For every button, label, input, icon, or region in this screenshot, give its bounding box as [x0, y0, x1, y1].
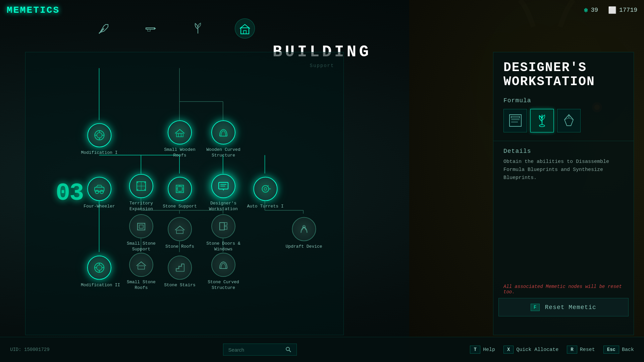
node-label: Stone Stairs — [164, 283, 196, 288]
svg-rect-52 — [177, 187, 182, 191]
svg-point-74 — [97, 265, 102, 270]
resource-value: 17719 — [619, 7, 637, 13]
svg-rect-7 — [148, 29, 150, 31]
svg-point-43 — [100, 190, 103, 194]
formula-icon-2[interactable] — [530, 109, 554, 132]
svg-point-86 — [286, 347, 289, 351]
node-circle — [87, 256, 111, 280]
node-circle — [211, 174, 235, 198]
node-circle — [129, 214, 153, 238]
hotkeys: T Help X Quick Allocate R Reset Esc Back — [470, 346, 634, 354]
node-label: Modification II — [81, 283, 118, 288]
node-stone-curved-structure[interactable]: Stone Curved Structure — [205, 253, 242, 291]
main-content: MEMETICS ❄ 39 ⬜ 17719 BUILDING Support — [0, 0, 644, 362]
category-tools[interactable] — [94, 18, 114, 39]
hotkey-back[interactable]: Esc Back — [603, 346, 634, 354]
resource-stat: ⬜ 17719 — [608, 6, 637, 14]
resource-icon: ⬜ — [608, 6, 616, 14]
panel-title: DESIGNER'SWORKSTATION — [493, 52, 634, 94]
svg-line-5 — [99, 28, 104, 34]
svg-rect-79 — [138, 266, 145, 269]
top-bar: MEMETICS ❄ 39 ⬜ 17719 — [0, 0, 644, 20]
hotkey-r: R — [567, 346, 577, 354]
node-small-stone-support[interactable]: Small Stone Support — [123, 214, 160, 252]
node-label: Stone Doors & Windows — [205, 241, 242, 252]
node-modification-ii[interactable]: Modification II — [81, 256, 118, 288]
top-stats: ❄ 39 ⬜ 17719 — [584, 6, 637, 14]
svg-point-63 — [264, 188, 267, 190]
svg-rect-68 — [176, 230, 183, 234]
node-label: Territory Expansion — [123, 201, 160, 212]
node-circle — [211, 214, 235, 238]
svg-rect-66 — [138, 223, 145, 230]
node-circle — [211, 120, 235, 144]
node-label: Stone Support — [163, 204, 197, 209]
game-logo: MEMETICS — [7, 5, 60, 15]
reset-memetic-button[interactable]: F Reset Memetic — [498, 298, 629, 316]
search-box[interactable] — [223, 344, 297, 356]
node-updraft-device[interactable]: Updraft Device — [285, 217, 322, 250]
reset-key: F — [531, 304, 540, 311]
node-wooden-curved-structure[interactable]: Wooden Curved Structure — [205, 120, 242, 159]
node-four-wheeler[interactable]: Four-Wheeler — [84, 177, 115, 209]
formula-icon-1[interactable] — [503, 109, 527, 132]
node-stone-doors-windows[interactable]: Stone Doors & Windows — [205, 214, 242, 252]
node-label: Stone Curved Structure — [205, 280, 242, 291]
currency-icon: ❄ — [584, 6, 588, 14]
node-stone-stairs[interactable]: Stone Stairs — [164, 256, 196, 288]
node-stone-roofs[interactable]: Stone Roofs — [165, 217, 194, 250]
svg-rect-70 — [224, 223, 227, 225]
details-section-title: Details — [493, 143, 634, 158]
hotkey-back-label: Back — [622, 347, 634, 353]
reset-button-label: Reset Memetic — [545, 304, 596, 311]
svg-point-32 — [97, 133, 102, 138]
node-circle — [87, 177, 111, 201]
node-circle — [168, 217, 192, 241]
node-label: Designer's Workstation — [205, 201, 242, 212]
node-label: Wooden Curved Structure — [205, 147, 242, 159]
hotkey-quick-allocate[interactable]: X Quick Allocate — [503, 346, 558, 354]
hotkey-quick-allocate-label: Quick Allocate — [516, 347, 558, 353]
node-circle — [168, 177, 192, 201]
node-circle — [211, 253, 235, 277]
hotkey-reset-label: Reset — [580, 347, 595, 353]
svg-rect-71 — [224, 227, 227, 229]
node-circle — [292, 217, 316, 241]
node-auto-turrets-i[interactable]: Auto Turrets I — [247, 177, 283, 209]
search-icon — [285, 347, 291, 353]
hotkey-help-label: Help — [483, 347, 495, 353]
currency-stat: ❄ 39 — [584, 6, 598, 14]
node-small-stone-roofs[interactable]: Small Stone Roofs — [123, 253, 160, 291]
hotkey-x: X — [503, 346, 514, 354]
currency-value: 39 — [591, 7, 598, 13]
category-weapons[interactable] — [141, 18, 161, 39]
hotkey-esc: Esc — [603, 346, 619, 354]
hotkey-reset[interactable]: R Reset — [567, 346, 595, 354]
category-building[interactable] — [235, 18, 255, 39]
node-label: Small Stone Support — [123, 241, 160, 252]
category-nature[interactable] — [188, 18, 208, 39]
svg-line-87 — [289, 350, 291, 352]
node-label: Four-Wheeler — [84, 204, 115, 209]
svg-point-85 — [539, 125, 545, 127]
node-territory-expansion[interactable]: Territory Expansion — [123, 174, 160, 212]
node-circle — [253, 177, 277, 201]
node-label: Small Wooden Roofs — [161, 147, 198, 159]
node-stone-support[interactable]: Stone Support — [163, 177, 197, 209]
node-circle — [129, 253, 153, 277]
formula-section-title: Formula — [493, 94, 634, 107]
node-label: Auto Turrets I — [247, 204, 283, 209]
svg-rect-57 — [219, 182, 228, 189]
formula-icons — [493, 107, 634, 139]
node-modification-i[interactable]: Modification I — [81, 123, 117, 156]
search-input[interactable] — [228, 347, 282, 353]
formula-icon-3[interactable] — [557, 109, 581, 132]
hotkey-help: T Help — [470, 346, 495, 354]
node-label: Updraft Device — [285, 244, 322, 250]
node-designers-workstation[interactable]: Designer's Workstation — [205, 174, 242, 212]
details-text: Obtain the abilities to Disassemble Form… — [493, 158, 634, 182]
node-circle — [168, 256, 192, 280]
node-small-wooden-roofs[interactable]: Small Wooden Roofs — [161, 120, 198, 159]
uid-text: UID: 150001729 — [10, 347, 50, 352]
category-row — [94, 18, 255, 39]
